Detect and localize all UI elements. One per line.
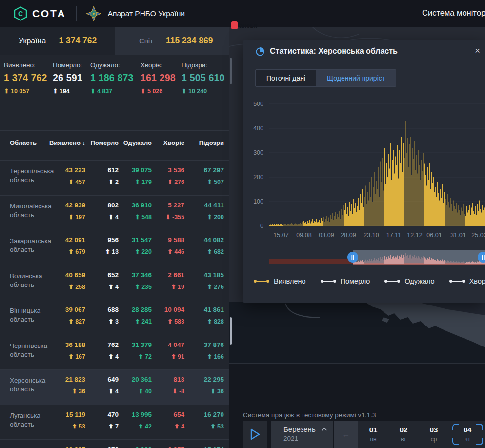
cell-4: 37 876 ⬆ 166 xyxy=(178,341,224,360)
x-tick-label: 15.07 xyxy=(273,232,288,239)
arrow-up-icon: ⬆ xyxy=(207,318,212,325)
legend-marker-icon xyxy=(449,280,465,283)
x-tick-label: 31.01 xyxy=(450,232,465,239)
cell-4: 41 861 ⬆ 828 xyxy=(178,306,224,325)
table-row-region[interactable]: Кіровоградська область 10 835 ⬆ 93 379 ⬆… xyxy=(0,439,229,448)
play-icon xyxy=(250,428,261,441)
regions-table: Тернопільська область 43 223 ⬆ 457 612 ⬆… xyxy=(0,160,229,448)
cell-delta: ⬆ 276 xyxy=(178,283,224,290)
total-delta: ⬆ 10 057 xyxy=(4,87,47,95)
legend-label: Хворіє xyxy=(469,277,485,285)
day-cell-03[interactable]: 03 ср xyxy=(423,426,445,443)
total-delta: ⬆ 10 240 xyxy=(182,87,225,95)
statistics-modal: Статистика: Херсонська область × Поточні… xyxy=(242,40,485,303)
day-number: 02 xyxy=(393,426,414,434)
legend-item-3[interactable]: Хворіє xyxy=(449,277,485,285)
month-selector[interactable]: Березень 2021 xyxy=(271,421,333,448)
table-row-region[interactable]: Луганська область 15 119 ⬆ 53 470 ⬆ 7 13… xyxy=(0,405,229,440)
status-text: Система працює в тестовому режимі v1.1.3 xyxy=(243,411,376,419)
total-green: Одужало: 1 186 873 ⬆ 4 837 xyxy=(90,61,134,95)
day-name: чт xyxy=(457,436,478,443)
table-row-region[interactable]: Херсонська область 21 823 ⬆ 36 649 ⬆ 4 2… xyxy=(0,369,229,405)
table-row-region[interactable]: Чернігівська область 36 188 ⬆ 167 762 ⬆ … xyxy=(0,335,229,370)
arrow-up-icon: ⬆ xyxy=(167,318,172,325)
column-header-region: Область xyxy=(10,139,37,146)
arrow-down-icon: ⬇ xyxy=(172,388,177,395)
day-number: 03 xyxy=(423,426,445,434)
day-strip: 01 пн02 вт03 ср04 чт xyxy=(358,421,485,448)
cell-4: 44 411 ⬆ 200 xyxy=(178,202,224,221)
play-button[interactable] xyxy=(243,421,267,448)
country-tabs: Україна 1 374 762 Світ 115 234 869 xyxy=(0,27,229,55)
modal-tabs: Поточні дані Щоденний приріст xyxy=(255,69,396,87)
tab-daily-growth[interactable]: Щоденний приріст xyxy=(316,70,396,86)
header-divider xyxy=(76,6,77,21)
cell-value: 16 270 xyxy=(178,411,224,418)
rnbo-emblem-icon xyxy=(85,5,102,22)
arrow-up-icon: ⬆ xyxy=(90,88,95,95)
legend-label: Виявлено xyxy=(274,277,306,285)
table-row-region[interactable]: Волинська область 40 659 ⬆ 258 652 ⬆ 4 3… xyxy=(0,265,229,300)
date-range-slider[interactable] xyxy=(269,250,485,265)
table-row-region[interactable]: Тернопільська область 43 223 ⬆ 457 612 ⬆… xyxy=(0,160,229,195)
arrow-up-icon: ⬆ xyxy=(207,353,212,360)
brand-name: СОТА xyxy=(32,8,66,20)
arrow-up-icon: ⬆ xyxy=(210,423,215,430)
panel-scrollbar-thumb-top[interactable] xyxy=(230,58,232,84)
org-name: Апарат РНБО України xyxy=(108,9,185,18)
cell-4: 15 174 ⬆ 99 xyxy=(178,446,224,448)
cell-value: 67 297 xyxy=(178,166,224,174)
x-tick-label: 17.11 xyxy=(386,232,401,239)
panel-scrollbar-thumb[interactable] xyxy=(230,317,232,345)
day-cell-04[interactable]: 04 чт xyxy=(457,426,478,443)
slider-handle-left[interactable] xyxy=(347,252,358,263)
cell-value: 15 174 xyxy=(178,446,224,448)
legend-item-0[interactable]: Виявлено xyxy=(254,277,306,285)
prev-day-button[interactable]: ← xyxy=(334,421,358,448)
total-value: 1 505 610 xyxy=(182,72,225,83)
arrow-up-icon: ⬆ xyxy=(171,284,176,290)
legend-label: Одужало xyxy=(404,277,434,285)
cell-value: 44 411 xyxy=(178,202,224,209)
day-number: 04 xyxy=(457,426,478,434)
day-name: ср xyxy=(423,436,445,443)
table-header: Область Виявлено ↓ПомерлоОдужалоХворієПі… xyxy=(0,131,229,160)
close-icon[interactable]: × xyxy=(475,45,480,56)
arrow-up-icon: ⬆ xyxy=(4,88,9,95)
legend-item-2[interactable]: Одужало xyxy=(384,277,434,285)
map-city-label: анськ xyxy=(239,22,257,29)
legend-marker-icon xyxy=(321,280,336,283)
total-label: Виявлено: xyxy=(4,61,47,69)
month-label: Березень xyxy=(283,425,316,433)
org: Апарат РНБО України xyxy=(85,5,185,22)
total-label: Одужало: xyxy=(90,61,134,69)
tab-world[interactable]: Світ 115 234 869 xyxy=(115,27,229,55)
daily-growth-bar-chart[interactable] xyxy=(242,99,485,233)
tab-current-data[interactable]: Поточні дані xyxy=(256,70,316,86)
column-header-4[interactable]: Підозри xyxy=(180,139,224,146)
day-cell-02[interactable]: 02 вт xyxy=(393,426,414,443)
tab-world-value: 115 234 869 xyxy=(166,36,213,46)
tab-ukraine[interactable]: Україна 1 374 762 xyxy=(0,27,115,55)
legend-item-1[interactable]: Померло xyxy=(321,277,370,285)
modal-title: Статистика: Херсонська область xyxy=(270,47,398,56)
total-label: Померло: xyxy=(53,61,82,69)
table-row-region[interactable]: Вінницька область 39 067 ⬆ 827 688 ⬆ 3 2… xyxy=(0,300,229,335)
map-city-pin-icon[interactable] xyxy=(231,21,238,29)
column-header-3[interactable]: Хворіє xyxy=(141,139,184,146)
table-row-region[interactable]: Миколаївська область 42 939 ⬆ 197 802 ⬆ … xyxy=(0,195,229,230)
arrow-up-icon: ⬆ xyxy=(210,388,215,395)
modal-header: Статистика: Херсонська область × xyxy=(242,40,485,63)
arrow-up-icon: ⬆ xyxy=(167,248,172,255)
arrow-left-icon: ← xyxy=(342,429,350,440)
legend-label: Померло xyxy=(341,277,370,285)
table-row-region[interactable]: Закарпатська область 42 091 ⬆ 679 956 ⬆ … xyxy=(0,230,229,265)
arrow-up-icon: ⬆ xyxy=(182,88,186,95)
cell-value: 43 185 xyxy=(178,271,224,279)
chevron-up-icon xyxy=(321,427,326,432)
cell-value: 44 082 xyxy=(178,236,224,244)
arrow-up-icon: ⬆ xyxy=(171,353,176,360)
day-cell-01[interactable]: 01 пн xyxy=(363,426,384,443)
svg-text:C: C xyxy=(18,10,23,18)
left-panel: Україна 1 374 762 Світ 115 234 869 Виявл… xyxy=(0,27,229,448)
